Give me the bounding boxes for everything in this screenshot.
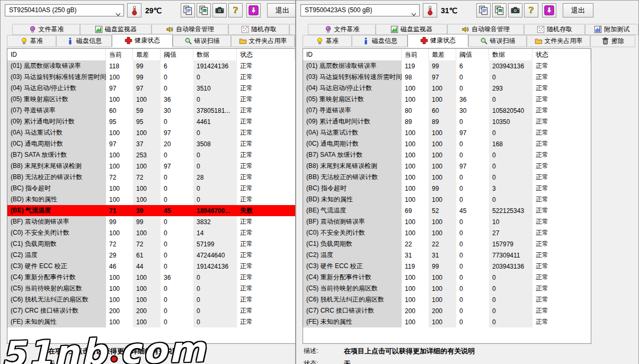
table-cell: 200: [402, 305, 429, 316]
download-button[interactable]: [246, 3, 261, 17]
table-cell: 118: [106, 60, 133, 72]
tab-benchmark[interactable]: 基准: [7, 35, 56, 47]
table-row[interactable]: (09) 累计通电时间计数8989010350正常: [303, 116, 591, 127]
tab-error-scan[interactable]: 错误扫描: [173, 35, 231, 47]
copy-text-button[interactable]: [181, 3, 195, 17]
table-row[interactable]: (C4) 重新分配事件计数10010000正常: [303, 272, 591, 283]
table-row[interactable]: (BC) 指令超时10010000正常: [7, 183, 295, 194]
tab-disk-info[interactable]: 磁盘信息: [352, 35, 407, 47]
table-row[interactable]: (05) 重映射扇区计数100100360正常: [7, 94, 295, 105]
temperature-button[interactable]: [127, 3, 141, 17]
tab-erase[interactable]: 擦除: [590, 35, 635, 47]
table-row[interactable]: (01) 底层数据读取错误率119996203943136正常: [303, 60, 591, 72]
tab-health[interactable]: 健康状态: [112, 34, 173, 47]
copy-image-button[interactable]: [492, 3, 507, 17]
table-row[interactable]: (BF) 震动侦测错误率999903832正常: [7, 216, 295, 227]
tab-extra-tests[interactable]: 附加测试: [585, 24, 638, 35]
camera-button[interactable]: [508, 3, 522, 17]
table-cell: (BB) 无法校正的错误计数: [7, 172, 106, 183]
table-row[interactable]: (09) 累计通电时间计数959504461正常: [7, 116, 295, 127]
table-row[interactable]: (BB) 无法校正的错误计数7272028正常: [7, 172, 295, 183]
table-row[interactable]: (C1) 负载周期数7272057199正常: [7, 238, 295, 250]
table-row[interactable]: (04) 马达启动/停止计数979703510正常: [7, 83, 295, 94]
table-row[interactable]: (03) 马达旋转到标准转速所需时间989700正常: [303, 72, 591, 83]
table-row[interactable]: (C3) 硬件 ECC 校正119990203943136正常: [303, 261, 591, 272]
table-row[interactable]: (BC) 指令超时1009903正常: [303, 183, 591, 194]
table-row[interactable]: (0A) 马达重试计数100100970正常: [303, 127, 591, 138]
table-row[interactable]: (BD) 未知的属性10010000正常: [7, 194, 295, 205]
table-cell: 31: [402, 250, 429, 261]
table-row[interactable]: (C7) CRC 接口错误计数20020000正常: [303, 305, 591, 316]
tab-disk-info[interactable]: 磁盘信息: [56, 35, 112, 47]
tab-label: 健康状态: [430, 36, 456, 45]
tab-extra-tests[interactable]: 附加测试: [289, 24, 296, 35]
table-row[interactable]: (FE) 未知的属性10010000正常: [7, 316, 295, 327]
help-button[interactable]: ?: [228, 3, 243, 17]
disk-info-icon: [362, 37, 370, 45]
copy-text-button[interactable]: [476, 3, 491, 17]
table-row[interactable]: (C2) 温度3131077309411正常: [303, 250, 591, 261]
table-row[interactable]: (C6) 脱机无法纠正的扇区数10010000正常: [303, 294, 591, 305]
tab-auto-acoustic[interactable]: 自动噪音管理: [447, 24, 524, 35]
table-row[interactable]: (B7) SATA 放缓计数10025300正常: [7, 149, 295, 161]
table-row[interactable]: (05) 重映射扇区计数100100360正常: [303, 94, 591, 105]
table-row[interactable]: (C1) 负载周期数22220157979正常: [303, 238, 591, 250]
table-row[interactable]: (BD) 未知的属性10010000正常: [303, 194, 591, 205]
table-cell: 200: [106, 305, 133, 316]
table-row[interactable]: (C4) 重新分配事件计数100100360正常: [7, 272, 295, 283]
table-row[interactable]: (B7) SATA 放缓计数10010000正常: [303, 149, 591, 161]
table-row[interactable]: (C5) 当前待映射的扇区数10010000正常: [7, 283, 295, 294]
table-cell: 71: [106, 205, 133, 216]
table-row[interactable]: (B8) 末尾到末尾错误检测100100970正常: [7, 161, 295, 172]
table-row[interactable]: (0A) 马达重试计数100100970正常: [7, 127, 295, 138]
help-button[interactable]: ?: [524, 3, 538, 17]
table-row[interactable]: (C5) 当前待映射的扇区数10010000正常: [303, 283, 591, 294]
table-row[interactable]: (04) 马达启动/停止计数1001000293正常: [303, 83, 591, 94]
tab-disk-monitor[interactable]: 磁盘监视器: [376, 24, 447, 35]
table-row[interactable]: (C6) 脱机无法纠正的扇区数10010000正常: [7, 294, 295, 305]
drive-select[interactable]: ST9250410AS (250 gB): [5, 4, 124, 16]
table-row[interactable]: (0C) 通电周期计数9737203508正常: [7, 138, 295, 149]
table-row[interactable]: (07) 寻道错误率60593037805181...正常: [7, 105, 295, 116]
table-row[interactable]: (BE) 气流温度71394518946700...失败: [7, 205, 295, 216]
tab-benchmark[interactable]: 基准: [303, 35, 352, 47]
table-cell: 正常: [532, 172, 591, 183]
table-row[interactable]: (BE) 气流温度695245522125343正常: [303, 205, 591, 216]
table-row[interactable]: (0C) 通电周期计数1001000168正常: [303, 138, 591, 149]
table-row[interactable]: (BB) 无法校正的错误计数10010000正常: [303, 172, 591, 183]
tab-folder-usage[interactable]: 文件夹占用率: [527, 35, 590, 47]
copy-image-button[interactable]: [197, 3, 211, 17]
table-row[interactable]: (C0) 不安全关闭计数100100014正常: [7, 227, 295, 238]
table-cell: 522125343: [489, 205, 532, 216]
table-row[interactable]: (C0) 不安全关闭计数100100027正常: [303, 227, 591, 238]
tab-random-access[interactable]: 随机存取: [524, 24, 585, 35]
tab-folder-usage[interactable]: 文件夹占用率: [231, 35, 295, 47]
camera-button[interactable]: [212, 3, 227, 17]
table-cell: (BF) 震动侦测错误率: [303, 216, 402, 227]
table-row[interactable]: (C7) CRC 接口错误计数20020000正常: [7, 305, 295, 316]
exit-button[interactable]: 退出: [267, 3, 296, 17]
table-cell: 0: [489, 161, 532, 172]
tab-health[interactable]: 健康状态: [407, 34, 468, 47]
tab-error-scan[interactable]: 错误扫描: [468, 35, 527, 47]
exit-button[interactable]: 退出: [563, 3, 593, 17]
tab-file-benchmark[interactable]: 文件基准: [308, 24, 376, 35]
tab-disk-monitor[interactable]: 磁盘监视器: [80, 24, 152, 35]
table-row[interactable]: (07) 寻道错误率806030105820540正常: [303, 105, 591, 116]
temperature-button[interactable]: [423, 3, 437, 17]
table-row[interactable]: (C3) 硬件 ECC 校正46440191424136正常: [7, 261, 295, 272]
table-row[interactable]: (B8) 末尾到末尾错误检测100100970正常: [303, 161, 591, 172]
column-header: 数据: [489, 49, 532, 60]
table-row[interactable]: (BF) 震动侦测错误率100100010正常: [303, 216, 591, 227]
table-row[interactable]: (C2) 温度2961047244640正常: [7, 250, 295, 261]
download-button[interactable]: [542, 3, 556, 17]
drive-select[interactable]: ST9500423AS (500 gB): [300, 4, 420, 16]
tab-random-access[interactable]: 随机存取: [228, 24, 289, 35]
table-cell: 99: [429, 261, 456, 272]
table-row[interactable]: (03) 马达旋转到标准转速所需时间1009900正常: [7, 72, 295, 83]
table-row[interactable]: (FE) 未知的属性10010000正常: [303, 316, 591, 327]
table-cell: 100: [106, 227, 133, 238]
tab-file-benchmark[interactable]: 文件基准: [12, 24, 80, 35]
tab-auto-acoustic[interactable]: 自动噪音管理: [152, 24, 228, 35]
table-row[interactable]: (01) 底层数据读取错误率118996191424136正常: [7, 60, 295, 72]
